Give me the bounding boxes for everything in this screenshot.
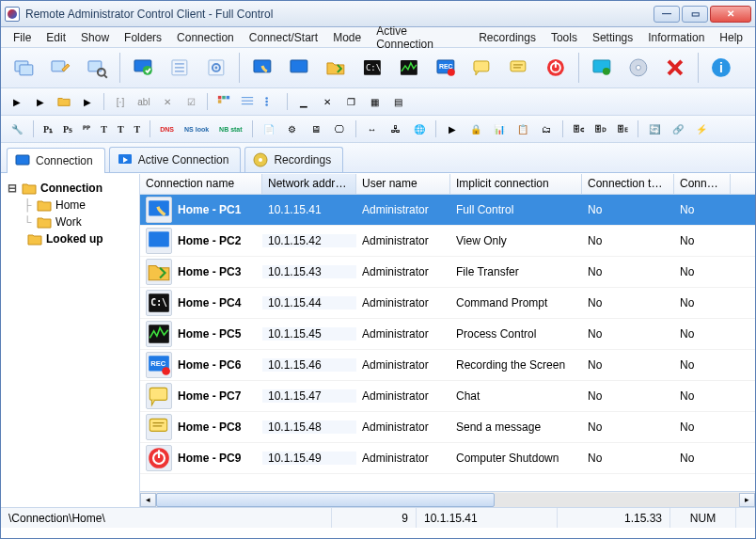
shutdown-icon[interactable] <box>539 51 573 85</box>
tool-a-icon[interactable]: 🔒 <box>465 119 486 139</box>
action-icon[interactable]: ⚡ <box>691 119 712 139</box>
scroll-track[interactable] <box>156 493 739 507</box>
tool-c-icon[interactable]: 📋 <box>512 119 533 139</box>
menu-connect-start[interactable]: Connect/Start <box>243 29 324 46</box>
grid1-icon[interactable] <box>213 91 234 112</box>
table-row[interactable]: Home - PC810.1.15.48AdministratorSend a … <box>140 412 755 443</box>
delete-icon[interactable] <box>658 51 692 85</box>
tool-b-icon[interactable]: 📊 <box>489 119 510 139</box>
hd-button[interactable]: 🗄ᴅ <box>591 119 610 139</box>
step-icon[interactable]: ▶ <box>77 91 98 112</box>
table-row[interactable]: Home - PC710.1.15.47AdministratorChatNoN… <box>140 381 755 412</box>
search-connection-icon[interactable] <box>80 51 114 85</box>
textbox-icon[interactable]: abl <box>134 91 154 112</box>
file-transfer-icon[interactable] <box>319 51 353 85</box>
t2-button[interactable]: T <box>114 119 128 139</box>
connect-icon[interactable] <box>126 51 160 85</box>
brackets-icon[interactable]: [·] <box>110 91 131 112</box>
column-header[interactable]: Connection name <box>140 174 262 194</box>
tree-item-home[interactable]: ├ Home <box>5 197 137 214</box>
process-control-icon[interactable] <box>392 51 426 85</box>
command-prompt-icon[interactable]: C:\ <box>355 51 389 85</box>
menu-recordings[interactable]: Recordings <box>472 29 543 46</box>
p5-button[interactable]: P₅ <box>59 119 76 139</box>
connection-tree[interactable]: ⊟ Connection ├ Home └ Work Looked up <box>1 174 140 507</box>
menu-edit[interactable]: Edit <box>39 29 72 46</box>
pc-icon[interactable]: 🖥 <box>306 119 326 139</box>
menu-show[interactable]: Show <box>74 29 116 46</box>
nbstat-button[interactable]: NB stat <box>215 119 246 139</box>
tree-lookedup[interactable]: Looked up <box>5 230 137 247</box>
full-control-icon[interactable] <box>245 51 279 85</box>
column-header[interactable]: Connection t… <box>582 174 674 194</box>
scroll-thumb[interactable] <box>156 493 495 507</box>
hc-button[interactable]: 🗄ᴄ <box>569 119 588 139</box>
close-window-icon[interactable]: ✕ <box>317 91 338 112</box>
table-row[interactable]: Home - PC110.1.15.41AdministratorFull Co… <box>140 195 755 226</box>
nslook-button[interactable]: NS look <box>181 119 213 139</box>
open-folder-icon[interactable] <box>54 91 74 112</box>
tool-d-icon[interactable]: 🗂 <box>536 119 557 139</box>
table-row[interactable]: Home - PC210.1.15.42AdministratorView On… <box>140 226 755 257</box>
tab-connection[interactable]: Connection <box>7 148 105 173</box>
tree-item-work[interactable]: └ Work <box>5 214 137 230</box>
table-row[interactable]: Home - PC510.1.15.45AdministratorProcess… <box>140 319 755 350</box>
column-header[interactable]: Network address <box>262 174 356 194</box>
disc-icon[interactable] <box>622 51 655 85</box>
column-header[interactable]: User name <box>356 174 450 194</box>
column-header[interactable]: Connecti <box>674 174 731 194</box>
dns-button[interactable]: DNS <box>156 119 178 139</box>
menu-active-connection[interactable]: Active Connection <box>370 23 470 53</box>
record-icon[interactable]: REC <box>429 51 463 85</box>
min-window-icon[interactable]: ▁ <box>293 91 314 112</box>
edit-connection-icon[interactable] <box>43 51 77 85</box>
tree-root[interactable]: ⊟ Connection <box>5 180 137 197</box>
screen-icon[interactable] <box>585 51 619 85</box>
globe-icon[interactable]: 🌐 <box>409 119 430 139</box>
table-row[interactable]: RECHome - PC610.1.15.46AdministratorReco… <box>140 350 755 381</box>
net1-icon[interactable]: ↔ <box>362 119 383 139</box>
menu-information[interactable]: Information <box>641 29 711 46</box>
display-icon[interactable]: 🖵 <box>329 119 350 139</box>
tab-active-connection[interactable]: Active Connection <box>109 147 242 172</box>
settings-icon[interactable] <box>199 51 233 85</box>
info-icon[interactable]: i <box>704 51 738 85</box>
menu-tools[interactable]: Tools <box>544 29 584 46</box>
scroll-left-icon[interactable]: ◂ <box>140 493 156 507</box>
doc-icon[interactable]: 📄 <box>259 119 279 139</box>
resize-grip[interactable] <box>736 508 755 528</box>
list-icon[interactable] <box>163 51 197 85</box>
menu-folders[interactable]: Folders <box>118 29 168 46</box>
tab-recordings[interactable]: Recordings <box>244 147 343 172</box>
horizontal-scrollbar[interactable]: ◂ ▸ <box>140 491 755 507</box>
clear-icon[interactable]: ✕ <box>157 91 178 112</box>
table-row[interactable]: Home - PC310.1.15.43AdministratorFile Tr… <box>140 257 755 288</box>
t1-button[interactable]: T <box>97 119 111 139</box>
cascade-icon[interactable]: ❐ <box>340 91 361 112</box>
run-icon[interactable]: ▶ <box>442 119 463 139</box>
minimize-button[interactable]: — <box>654 6 680 23</box>
pp-button[interactable]: ᴾᴾ <box>79 119 94 139</box>
scroll-right-icon[interactable]: ▸ <box>739 493 755 507</box>
column-header[interactable]: Implicit connection <box>450 174 582 194</box>
grid2-icon[interactable] <box>237 91 258 112</box>
menu-help[interactable]: Help <box>713 29 749 46</box>
menu-file[interactable]: File <box>7 29 38 46</box>
gear-small-icon[interactable]: ⚙ <box>282 119 303 139</box>
play-all-icon[interactable]: ▶ <box>30 91 51 112</box>
wrench-icon[interactable]: 🔧 <box>7 119 27 139</box>
net2-icon[interactable]: 🖧 <box>386 119 406 139</box>
message-icon[interactable] <box>502 51 536 85</box>
menu-settings[interactable]: Settings <box>586 29 639 46</box>
menu-mode[interactable]: Mode <box>326 29 368 46</box>
checkbox-icon[interactable]: ☑ <box>181 91 201 112</box>
close-button[interactable]: ✕ <box>710 6 751 23</box>
table-row[interactable]: C:\Home - PC410.1.15.44AdministratorComm… <box>140 288 755 319</box>
refresh-icon[interactable]: 🔄 <box>644 119 665 139</box>
p1-button[interactable]: P₁ <box>39 119 56 139</box>
he-button[interactable]: 🗄ᴇ <box>613 119 632 139</box>
tile2-icon[interactable]: ▤ <box>387 91 408 112</box>
chat-icon[interactable] <box>465 51 499 85</box>
tile-icon[interactable]: ▦ <box>364 91 385 112</box>
link-icon[interactable]: 🔗 <box>668 119 688 139</box>
